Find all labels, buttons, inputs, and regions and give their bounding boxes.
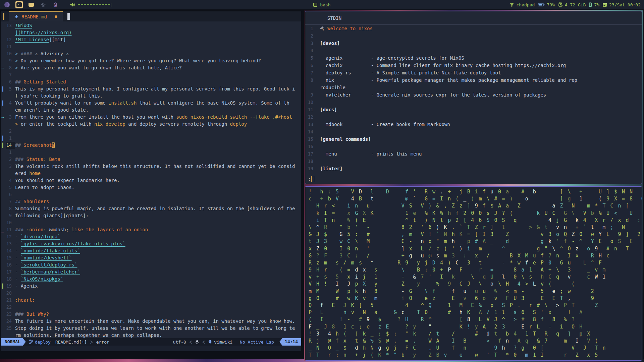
editor-line[interactable]: 20 xyxy=(1,290,301,297)
editor-line[interactable]: 7 xyxy=(1,71,301,78)
markdown-link[interactable]: `NixOS/nixpkgs` xyxy=(21,276,63,282)
battery-status[interactable]: 79% xyxy=(538,2,554,7)
gutter-sign xyxy=(1,290,6,297)
message-icon[interactable] xyxy=(28,1,35,8)
editor-line[interactable]: 3The volcanic rock still shifts below th… xyxy=(1,163,301,170)
line-text: - `serokell/deploy-rs` xyxy=(15,261,77,268)
clock-status[interactable]: 23/Sat 00:02 xyxy=(602,2,641,7)
editor-line[interactable]: 1 xyxy=(1,149,301,156)
markdown-link[interactable]: `numtide/devshell` xyxy=(21,255,72,260)
editor-line[interactable]: em aren't in a good state. xyxy=(1,107,301,114)
markdown-link[interactable]: `numtide/flake-utils` xyxy=(21,248,80,253)
editor-line[interactable]: 1 xyxy=(1,135,301,142)
editor-line[interactable]: 6 xyxy=(1,191,301,198)
editor-window[interactable]: README.md 13!NixOS](https://nixos.org)12… xyxy=(1,11,301,351)
line-number: 12 xyxy=(6,233,15,240)
editor-line[interactable]: 9> Do you remember how you got here? Whe… xyxy=(1,57,301,64)
volume-control[interactable] xyxy=(70,2,111,7)
markdown-link[interactable]: ](https://nixos.org) xyxy=(15,30,72,35)
editor-line[interactable]: 12- `divnix/digga` xyxy=(1,233,301,240)
editor-line[interactable]: 5Learn to adopt Chaos. xyxy=(1,184,301,191)
editor-line[interactable]: 2 xyxy=(1,128,301,135)
line-text: From there you can either install the ho… xyxy=(15,114,292,121)
editor-line[interactable]: 15- `numtide/devshell` xyxy=(1,254,301,261)
editor-line[interactable]: 22 xyxy=(1,304,301,311)
editor-line[interactable]: 24The future is more uncertain than ever… xyxy=(1,318,301,325)
editor-line[interactable]: 2### Status: Beta xyxy=(1,156,301,163)
editor-line[interactable]: 25Stop doing it by yourself, unless we l… xyxy=(1,325,301,332)
memory-status[interactable]: 4.72 GiB xyxy=(558,2,586,7)
pager-window[interactable]: STDIN 1Welcome to nixos23[devos]45 ageni… xyxy=(305,11,642,184)
battery-percent: 79% xyxy=(547,2,554,7)
pager-line-number: 3 xyxy=(305,40,320,47)
volume-slider-handle[interactable] xyxy=(111,3,111,7)
command-line[interactable] xyxy=(1,346,301,351)
terminal-icon[interactable]: >_ xyxy=(15,1,23,8)
markdown-link[interactable]: !MIT License xyxy=(15,37,49,42)
editor-line[interactable]: 5This is my personal deployment hub. I c… xyxy=(1,85,301,93)
markdown-file-icon xyxy=(14,15,18,19)
markdown-link[interactable]: `serokell/deploy-rs` xyxy=(21,262,77,267)
markdown-link[interactable]: `gytis-ivaskevicius/flake-utils-plus` xyxy=(21,241,125,246)
line-text: - `NixOS/nixpkgs` xyxy=(15,276,63,283)
lsp-status: No Active Lsp xyxy=(240,340,274,345)
editor-line[interactable]: 19- Agenix xyxy=(1,283,301,290)
editor-line[interactable]: 9following giants][giants]: xyxy=(1,212,301,219)
cpu-status[interactable]: 7% xyxy=(589,2,599,7)
editor-line[interactable]: ~3From there you can either install the … xyxy=(1,114,301,121)
editor-line[interactable]: 10> #### ⚠ Advisory ⚠ xyxy=(1,50,301,57)
editor-line[interactable]: f you're looking to graft this. xyxy=(1,93,301,100)
pager-line-number: 15 xyxy=(305,135,320,143)
editor-line[interactable]: 21:heart: xyxy=(1,297,301,304)
pager-line-number: 5 xyxy=(305,54,320,62)
editor-line[interactable]: > or enter the cockpit with nix develop … xyxy=(1,121,301,128)
pager-line: 6 cachix - Command line client for Nix b… xyxy=(305,62,642,69)
gutter-sign xyxy=(1,184,6,191)
markdown-link[interactable]: `berberman/nvfetcher` xyxy=(21,269,80,275)
editor-line[interactable]: ered home xyxy=(1,170,301,177)
tab-readme[interactable]: README.md xyxy=(9,11,63,21)
editor-line[interactable]: _11### :onion: &mdash; like the layers o… xyxy=(1,226,301,233)
mode-indicator: NORMAL xyxy=(1,338,26,346)
editor-line[interactable]: ](https://nixos.org) xyxy=(1,29,301,36)
editor-line[interactable]: 23### But Why? xyxy=(1,311,301,318)
editor-line[interactable]: 7## Shoulders xyxy=(1,198,301,205)
editor-body[interactable]: 13!NixOS](https://nixos.org)12!MIT Licen… xyxy=(1,21,301,338)
editor-line[interactable]: 4You should not expect landmarks here. xyxy=(1,177,301,184)
wifi-icon xyxy=(509,2,515,7)
line-number: 9 xyxy=(6,212,15,219)
network-status[interactable]: chadpad xyxy=(509,2,535,7)
pager-line: 5 agenix - age-encrypted secrets for Nix… xyxy=(305,54,642,62)
editor-line[interactable]: 18- `NixOS/nixpkgs` xyxy=(1,276,301,283)
editor-line[interactable]: 13!NixOS xyxy=(1,22,301,29)
editor-line[interactable]: 6## Getting Started xyxy=(1,78,301,85)
editor-line[interactable]: 17- `berberman/nvfetcher` xyxy=(1,268,301,276)
editor-line[interactable]: 14- `numtide/flake-utils` xyxy=(1,247,301,254)
pager-line: roducible xyxy=(305,84,642,91)
editor-line[interactable]: 10 xyxy=(1,219,301,226)
editor-line[interactable]: rm solutions. Perhaps together we can st… xyxy=(1,332,301,338)
editor-line[interactable]: 12!MIT License][mit] xyxy=(1,36,301,43)
editor-line[interactable]: ~8> Are you sure you want to go down thi… xyxy=(1,64,301,71)
editor-line[interactable]: 13- `gytis-ivaskevicius/flake-utils-plus… xyxy=(1,240,301,247)
editor-line[interactable]: 16- `serokell/deploy-rs` xyxy=(1,261,301,268)
editor-line[interactable]: 11 xyxy=(1,43,301,50)
editor-line[interactable]: 4You'll probably want to run some instal… xyxy=(1,100,301,107)
volume-slider[interactable] xyxy=(78,4,111,5)
line-text: ## Screetshots xyxy=(15,142,55,149)
window-title-text: bash xyxy=(320,2,330,7)
markdown-link[interactable]: `divnix/digga` xyxy=(21,234,60,239)
text-segment: But Why? xyxy=(26,311,49,317)
text-segment: rm solutions. Perhaps together we can st… xyxy=(15,333,162,338)
line-number: 13 xyxy=(6,22,15,29)
firefox-icon[interactable] xyxy=(3,1,11,8)
at-icon[interactable]: @ xyxy=(52,1,59,8)
gutter-sign-bar-blue xyxy=(1,135,6,142)
pager-prompt[interactable]: : xyxy=(308,176,314,182)
editor-line[interactable]: 8Summoning is powerful magic, and cannot… xyxy=(1,205,301,212)
markdown-link[interactable]: !NixOS xyxy=(15,23,32,28)
editor-line[interactable]: 14## Screetshots xyxy=(1,142,301,149)
text-segment: Do you remember how you got here? Where … xyxy=(21,58,261,63)
matrix-terminal-window[interactable]: ! h : 5 V D l D f ' R w . + j B i f u 0 … xyxy=(305,186,642,361)
gear-icon[interactable] xyxy=(40,1,47,8)
